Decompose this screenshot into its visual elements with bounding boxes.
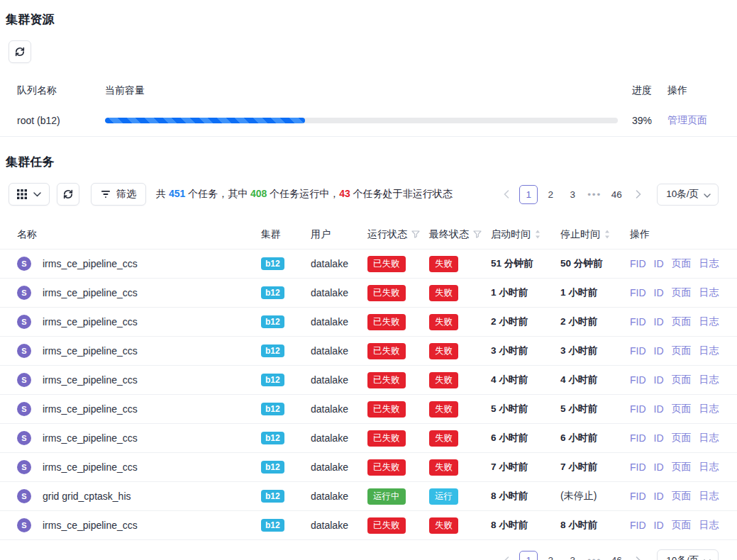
fid-link[interactable]: FID [630,432,646,444]
page-button-1[interactable]: 1 [519,185,538,204]
id-link[interactable]: ID [654,345,664,357]
page-link[interactable]: 页面 [672,345,692,357]
fid-link[interactable]: FID [630,258,646,269]
sort-icon[interactable] [604,230,610,239]
capacity-progress-track [105,118,618,123]
page-button-2[interactable]: 2 [541,185,560,204]
page-link[interactable]: 页面 [672,374,692,386]
fid-link[interactable]: FID [630,491,646,502]
page-link[interactable]: 页面 [672,432,692,444]
id-link[interactable]: ID [654,287,664,298]
table-row: S irms_ce_pipeline_ccs b12 datalake 已失败 … [0,424,737,453]
page-ellipsis[interactable]: ••• [585,185,604,204]
id-link[interactable]: ID [654,316,664,327]
id-link[interactable]: ID [654,432,664,444]
page-size-select[interactable]: 10条/页 [657,184,719,206]
tasks-summary: 共 451 个任务，其中 408 个任务运行中，43 个任务处于非运行状态 [156,188,453,201]
start-time: 8 小时前 [491,490,528,503]
log-link[interactable]: 日志 [699,432,719,444]
start-time: 1 小时前 [491,286,528,299]
run-status-badge: 已失败 [367,401,406,418]
fid-link[interactable]: FID [630,345,646,357]
page-size-select[interactable]: 10条/页 [657,549,719,560]
log-link[interactable]: 日志 [699,374,719,386]
fid-link[interactable]: FID [630,403,646,415]
id-link[interactable]: ID [654,374,664,386]
chevron-left-icon[interactable] [497,185,516,204]
page-button-last[interactable]: 46 [607,551,626,560]
user-name: datalake [311,461,367,473]
chevron-down-icon [33,192,41,197]
header-final-status[interactable]: 最终状态 [429,228,491,241]
page-link[interactable]: 页面 [672,286,692,299]
chevron-left-icon[interactable] [497,551,516,560]
fid-link[interactable]: FID [630,374,646,386]
run-status-badge: 已失败 [367,343,406,359]
log-link[interactable]: 日志 [699,315,719,328]
id-link[interactable]: ID [654,258,664,269]
page-ellipsis[interactable]: ••• [585,551,604,560]
page-link[interactable]: 页面 [672,257,692,270]
fid-link[interactable]: FID [630,316,646,327]
header-start-time[interactable]: 启动时间 [491,228,560,241]
id-link[interactable]: ID [654,491,664,502]
task-name: irms_ce_pipeline_ccs [43,287,138,298]
column-settings-button[interactable] [9,183,50,206]
tasks-title: 集群任务 [0,137,737,170]
funnel-icon[interactable] [411,230,420,238]
page-button-3[interactable]: 3 [563,551,582,560]
run-status-badge: 已失败 [367,285,406,301]
user-name: datalake [311,403,367,415]
resources-refresh-button[interactable] [9,40,31,63]
tasks-toolbar: 筛选 共 451 个任务，其中 408 个任务运行中，43 个任务处于非运行状态… [0,183,737,206]
log-link[interactable]: 日志 [699,490,719,503]
page-link[interactable]: 页面 [672,519,692,532]
task-name: grid grid_cptask_his [43,491,131,502]
log-link[interactable]: 日志 [699,345,719,357]
page-button-2[interactable]: 2 [541,551,560,560]
task-name: irms_ce_pipeline_ccs [43,345,138,357]
cluster-badge: b12 [261,403,284,415]
log-link[interactable]: 日志 [699,403,719,415]
capacity-progress-fill [105,118,305,123]
task-name: irms_ce_pipeline_ccs [43,258,138,269]
final-status-badge: 失败 [429,285,458,301]
page-link[interactable]: 页面 [672,490,692,503]
chevron-right-icon[interactable] [629,185,648,204]
table-row: S irms_ce_pipeline_ccs b12 datalake 已失败 … [0,337,737,366]
header-stop-time[interactable]: 停止时间 [560,228,630,241]
log-link[interactable]: 日志 [699,461,719,474]
log-link[interactable]: 日志 [699,257,719,270]
manage-page-link[interactable]: 管理页面 [667,114,707,125]
filter-button[interactable]: 筛选 [91,183,146,206]
pagination-bottom: 1 2 3 ••• 46 10条/页 [494,549,719,560]
log-link[interactable]: 日志 [699,519,719,532]
page-button-3[interactable]: 3 [563,185,582,204]
funnel-icon[interactable] [473,230,482,238]
cluster-badge: b12 [261,461,284,474]
tasks-refresh-button[interactable] [57,183,79,206]
table-row: S irms_ce_pipeline_ccs b12 datalake 已失败 … [0,453,737,482]
page-link[interactable]: 页面 [672,403,692,415]
fid-link[interactable]: FID [630,461,646,473]
id-link[interactable]: ID [654,403,664,415]
start-time: 7 小时前 [491,461,528,474]
page-link[interactable]: 页面 [672,315,692,328]
page-button-1[interactable]: 1 [519,551,538,560]
sort-icon[interactable] [535,230,541,239]
start-time: 4 小时前 [491,374,528,386]
id-link[interactable]: ID [654,461,664,473]
chevron-right-icon[interactable] [629,551,648,560]
task-name: irms_ce_pipeline_ccs [43,461,138,473]
chevron-down-icon [704,189,711,200]
fid-link[interactable]: FID [630,520,646,531]
fid-link[interactable]: FID [630,287,646,298]
header-operations: 操作 [630,228,731,241]
header-run-status[interactable]: 运行状态 [367,228,429,241]
run-status-badge: 已失败 [367,256,406,272]
log-link[interactable]: 日志 [699,286,719,299]
page-button-last[interactable]: 46 [607,185,626,204]
user-name: datalake [311,287,367,298]
page-link[interactable]: 页面 [672,461,692,474]
id-link[interactable]: ID [654,520,664,531]
